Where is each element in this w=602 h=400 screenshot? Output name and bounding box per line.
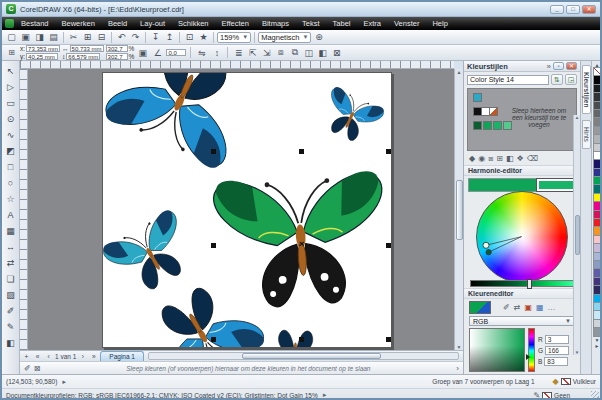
smart-fill-tool[interactable]: ◩ [3, 143, 18, 158]
harmony-editor-header[interactable]: Harmonie-editor ▾ [464, 165, 580, 176]
apply-icon[interactable]: ❖ [517, 154, 524, 163]
fill-tool[interactable]: ◧ [3, 335, 18, 350]
group-icon[interactable]: ⧈ [274, 47, 287, 59]
mirror-horizontal-icon[interactable]: ⇋ [195, 47, 208, 59]
palette-eyedropper-icon[interactable]: ✐ [24, 364, 31, 373]
trim-icon[interactable]: ◧ [316, 47, 329, 59]
hue-marker[interactable] [526, 354, 530, 360]
saturation-value-picker[interactable] [469, 328, 525, 372]
drawing-canvas[interactable]: × [28, 69, 454, 350]
vscroll-thumb[interactable] [456, 180, 463, 240]
shape-tool[interactable]: ▷ [3, 79, 18, 94]
horizontal-ruler[interactable] [20, 61, 454, 69]
rotation-field[interactable]: 0,0 [166, 49, 186, 56]
to-front-icon[interactable]: ⇱ [246, 47, 259, 59]
selection-center-mark[interactable]: × [299, 239, 304, 249]
menu-item-extra[interactable]: Extra [357, 18, 387, 29]
maximize-button[interactable]: □ [566, 5, 580, 14]
merge-styles-icon[interactable]: ⧈ [488, 154, 493, 164]
menu-item-help[interactable]: Help [426, 18, 453, 29]
docker-scrollbar[interactable]: ▲▼ [573, 115, 580, 355]
import-icon[interactable]: ↧ [149, 31, 162, 43]
selection-handle-w[interactable] [211, 243, 216, 248]
view-options-button[interactable]: ◲ [565, 74, 577, 85]
selection-handle-n[interactable] [299, 149, 304, 154]
save-icon[interactable]: ◨ [33, 31, 46, 43]
selection-handle-nw[interactable] [211, 149, 216, 154]
harmony-swatch[interactable] [493, 121, 502, 130]
to-back-icon[interactable]: ⇲ [260, 47, 273, 59]
color-model-select[interactable]: RGB▼ [469, 316, 575, 326]
new-document-icon[interactable]: ▢ [5, 31, 18, 43]
outline-pen-tool[interactable]: ✎ [3, 319, 18, 334]
horizontal-scrollbar[interactable] [148, 352, 459, 360]
new-harmony-icon[interactable]: ◉ [478, 154, 485, 163]
title-bar[interactable]: C CorelDRAW X6 (64-bits) - [E:\Edd\Kleur… [2, 2, 600, 17]
profiles-flyout-icon[interactable]: ► [322, 392, 328, 398]
style-swatch[interactable] [473, 93, 482, 102]
more-options-button[interactable]: … [548, 303, 556, 312]
harmony-swatch[interactable] [483, 121, 492, 130]
menu-item-lay-out[interactable]: Lay-out [134, 18, 171, 29]
object-height-field[interactable]: 66,579 mm [66, 53, 100, 60]
palette-no-color-icon[interactable]: ⊠ [34, 364, 41, 373]
redo-icon[interactable]: ↷ [129, 31, 142, 43]
palette-color-swatch[interactable] [593, 327, 602, 336]
dimension-tool[interactable]: ↔ [3, 239, 18, 254]
delete-style-icon[interactable]: ⌫ [527, 154, 538, 163]
first-page-button[interactable]: « [33, 353, 42, 360]
menu-item-effecten[interactable]: Effecten [216, 18, 255, 29]
next-page-button[interactable]: › [78, 353, 87, 360]
menu-item-tekst[interactable]: Tekst [296, 18, 326, 29]
undo-icon[interactable]: ↶ [115, 31, 128, 43]
menu-app-icon[interactable] [5, 19, 14, 28]
selection-handle-se[interactable] [386, 337, 391, 342]
vertical-scrollbar[interactable]: ▲▼ [454, 69, 463, 350]
brightness-slider[interactable] [470, 280, 574, 287]
menu-item-beeld[interactable]: Beeld [102, 18, 133, 29]
copy-icon[interactable]: ⊞ [81, 31, 94, 43]
menu-item-bestand[interactable]: Bestand [15, 18, 55, 29]
cut-icon[interactable]: ✂ [67, 31, 80, 43]
coords-flyout-icon[interactable]: ► [61, 379, 67, 385]
new-color-style-icon[interactable]: ◆ [469, 154, 475, 163]
pick-tool[interactable]: ↖ [3, 63, 18, 78]
menu-item-venster[interactable]: Venster [388, 18, 425, 29]
polygon-tool[interactable]: ☆ [3, 191, 18, 206]
docker-close-button[interactable]: ✕ [566, 62, 577, 70]
menu-item-bitmaps[interactable]: Bitmaps [256, 18, 295, 29]
r-value-field[interactable]: 3 [545, 335, 569, 344]
welcome-screen-icon[interactable]: ★ [197, 31, 210, 43]
scale-y-field[interactable]: 302,7 [106, 53, 128, 60]
docker-tab-kleurstijlen[interactable]: Kleurstijlen [582, 65, 591, 114]
close-button[interactable]: ✕ [582, 5, 596, 14]
mirror-vertical-icon[interactable]: ↕ [210, 47, 223, 59]
color-editor-header[interactable]: Kleureneditor ▾ [464, 288, 580, 299]
palette-color-swatch[interactable] [593, 67, 602, 76]
hue-slider[interactable] [528, 328, 535, 372]
snap-to-select[interactable]: Magnetisch▼ [258, 32, 311, 43]
palette-flyout-icon[interactable]: › [456, 364, 459, 373]
lock-ratio-icon[interactable]: ▣ [136, 47, 149, 59]
vertical-ruler[interactable] [20, 69, 28, 350]
eyedropper-tool[interactable]: ✐ [3, 303, 18, 318]
mixers-view-icon[interactable]: ▦ [536, 303, 544, 312]
docker-scroll-thumb[interactable] [575, 215, 580, 255]
page-tab[interactable]: Pagina 1 [100, 351, 144, 361]
resize-grip[interactable] [591, 391, 599, 399]
docker-tab-hints[interactable]: Hints [582, 120, 591, 149]
application-launcher-icon[interactable]: ⊡ [183, 31, 196, 43]
gradient-icon[interactable]: ◧ [506, 154, 514, 163]
options-icon[interactable]: ⊛ [312, 31, 325, 43]
last-page-button[interactable]: » [89, 353, 98, 360]
y-position-field[interactable]: 40,25 mm [26, 53, 58, 60]
weld-icon[interactable]: ◫ [302, 47, 315, 59]
docker-collapse-button[interactable]: ▫ [553, 62, 564, 70]
export-icon[interactable]: ↥ [163, 31, 176, 43]
x-position-field[interactable]: 73,353 mm [26, 45, 60, 52]
print-icon[interactable]: ▤ [47, 31, 60, 43]
palette-flyout-icon[interactable]: ► [595, 343, 600, 349]
crop-tool[interactable]: ▭ [3, 95, 18, 110]
document-page[interactable]: × [102, 72, 392, 348]
wrap-text-icon[interactable]: ≣ [232, 47, 245, 59]
